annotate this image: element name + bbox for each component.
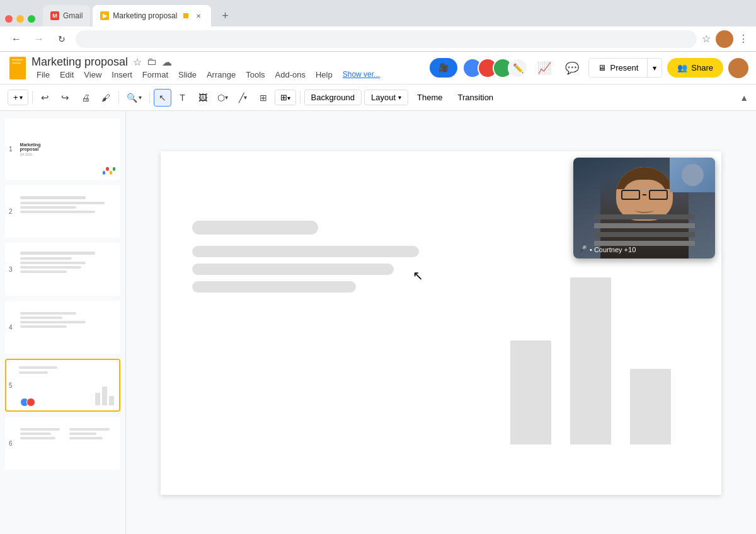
theme-label: Theme — [417, 93, 442, 102]
bar-2 — [570, 277, 611, 444]
back-button[interactable]: ← — [8, 30, 25, 48]
slide-text-block — [192, 221, 419, 293]
doc-info: Marketing proposal ☆ 🗀 ☁ File Edit View … — [32, 55, 385, 81]
paint-format-button[interactable]: 🖌 — [97, 89, 115, 107]
tab-add[interactable]: + — [216, 9, 234, 26]
star-icon[interactable]: ☆ — [133, 56, 142, 68]
text-pill-short — [192, 221, 318, 235]
slide-thumb-1[interactable]: 1 Marketing proposal Q4 2020 — [5, 119, 120, 180]
menu-bar: File Edit View Insert Format Slide Arran… — [32, 69, 385, 81]
layout-button[interactable]: Layout ▾ — [364, 90, 408, 105]
menu-arrange[interactable]: Arrange — [202, 69, 241, 81]
profile-avatar-address[interactable] — [716, 30, 733, 48]
redo-button[interactable]: ↪ — [57, 89, 74, 107]
layout-chevron: ▾ — [398, 94, 401, 101]
shape-tool[interactable]: ⬡▾ — [214, 89, 232, 107]
bookmark-icon[interactable]: ☆ — [702, 33, 711, 45]
slide-num-2: 2 — [6, 207, 15, 216]
cloud-icon[interactable]: ☁ — [162, 56, 172, 68]
video-label: 🎤 • Courtney +10 — [578, 245, 636, 253]
slide-thumb-3[interactable]: 3 — [5, 243, 120, 296]
slide-thumb-4[interactable]: 4 — [5, 301, 120, 354]
print-button[interactable]: 🖨 — [77, 89, 94, 107]
meet-icon: 🎥 — [438, 63, 449, 73]
traffic-light-green[interactable] — [28, 15, 35, 23]
slide-5-content — [15, 360, 119, 410]
toolbar-separator-2 — [118, 91, 119, 104]
address-input[interactable] — [76, 30, 697, 48]
gmail-tab-label: Gmail — [63, 11, 83, 20]
theme-button[interactable]: Theme — [411, 90, 449, 105]
text-tool[interactable]: T — [174, 89, 192, 107]
comments-icon[interactable]: 💬 — [561, 57, 583, 79]
zoom-control[interactable]: 🔍 ▾ — [123, 90, 146, 105]
slide-4-content — [15, 302, 119, 352]
menu-addons[interactable]: Add-ons — [270, 69, 311, 81]
slide-thumb-5[interactable]: 5 — [5, 359, 120, 412]
tab-slides[interactable]: ▶ Marketing proposal ✕ — [93, 5, 211, 26]
menu-file[interactable]: File — [32, 69, 55, 81]
slide-3-content — [15, 244, 119, 294]
thumbnail-video[interactable] — [670, 158, 715, 192]
tab-gmail[interactable]: M Gmail — [43, 5, 90, 26]
collab-avatars: ✏️ — [462, 58, 528, 78]
tab-dot — [183, 13, 188, 18]
transition-button[interactable]: Transition — [452, 90, 500, 105]
menu-tools[interactable]: Tools — [241, 69, 270, 81]
slides-tab-label: Marketing proposal — [113, 11, 177, 20]
share-button[interactable]: 👥 Share — [667, 58, 723, 78]
slide-num-3: 3 — [6, 265, 15, 274]
main-layout: 1 Marketing proposal Q4 2020 2 — [0, 111, 756, 534]
menu-view[interactable]: View — [79, 69, 106, 81]
undo-button[interactable]: ↩ — [37, 89, 54, 107]
traffic-light-yellow[interactable] — [16, 15, 24, 23]
transition-label: Transition — [458, 93, 494, 102]
reload-button[interactable]: ↻ — [53, 30, 71, 48]
present-label: Present — [610, 63, 638, 73]
collab-edit-icon[interactable]: ✏️ — [508, 58, 528, 78]
menu-slide[interactable]: Slide — [173, 69, 202, 81]
menu-help[interactable]: Help — [311, 69, 338, 81]
add-element-button[interactable]: + ▾ — [8, 90, 28, 105]
toolbar-collapse[interactable]: ▲ — [740, 93, 748, 103]
activity-icon[interactable]: 📈 — [533, 57, 556, 79]
slide-thumb-6[interactable]: 6 — [5, 417, 120, 470]
browser-chrome: M Gmail ▶ Marketing proposal ✕ + ← → ↻ ☆… — [0, 0, 756, 52]
present-button-main[interactable]: 🖥 Present — [589, 59, 647, 77]
more-menu-icon[interactable]: ⋮ — [738, 33, 748, 45]
image-tool[interactable]: 🖼 — [194, 89, 212, 107]
slide-thumb-2[interactable]: 2 — [5, 185, 120, 238]
meet-button[interactable]: 🎥 — [430, 58, 457, 78]
doc-title: Marketing proposal — [32, 55, 128, 69]
slides-favicon: ▶ — [100, 11, 109, 20]
background-button[interactable]: Background — [304, 90, 362, 105]
table-tool[interactable]: ⊞ — [255, 89, 272, 107]
toolbar: + ▾ ↩ ↪ 🖨 🖌 🔍 ▾ ↖ T 🖼 ⬡▾ ╱▾ ⊞ ⊞▾ Backgro… — [0, 84, 756, 111]
toolbar-separator-3 — [149, 91, 150, 104]
slides-app-icon — [8, 55, 28, 81]
traffic-light-red[interactable] — [5, 15, 13, 23]
slide-num-6: 6 — [6, 439, 15, 448]
slide-2-content — [15, 186, 119, 236]
cursor-tool[interactable]: ↖ — [154, 89, 171, 107]
toolbar-separator-1 — [32, 91, 33, 104]
folder-icon[interactable]: 🗀 — [147, 56, 157, 67]
user-profile-avatar[interactable] — [728, 58, 748, 78]
show-version[interactable]: Show ver... — [338, 69, 385, 80]
slide-num-4: 4 — [6, 323, 15, 332]
tab-close-slides[interactable]: ✕ — [193, 11, 203, 21]
video-overlay[interactable]: 🎤 • Courtney +10 — [573, 158, 715, 258]
svg-rect-1 — [12, 59, 23, 61]
menu-format[interactable]: Format — [137, 69, 173, 81]
slide-canvas[interactable]: ↖ — [161, 151, 721, 495]
present-dropdown[interactable]: ▾ — [647, 59, 662, 77]
slide-1-subtitle: proposal — [20, 147, 114, 151]
menu-edit[interactable]: Edit — [55, 69, 79, 81]
more-tool[interactable]: ⊞▾ — [275, 90, 296, 105]
address-bar: ← → ↻ ☆ ⋮ — [0, 26, 756, 52]
toolbar-separator-4 — [300, 91, 301, 104]
gmail-favicon: M — [50, 11, 59, 20]
line-tool[interactable]: ╱▾ — [234, 89, 252, 107]
menu-insert[interactable]: Insert — [106, 69, 137, 81]
forward-button[interactable]: → — [30, 30, 48, 48]
